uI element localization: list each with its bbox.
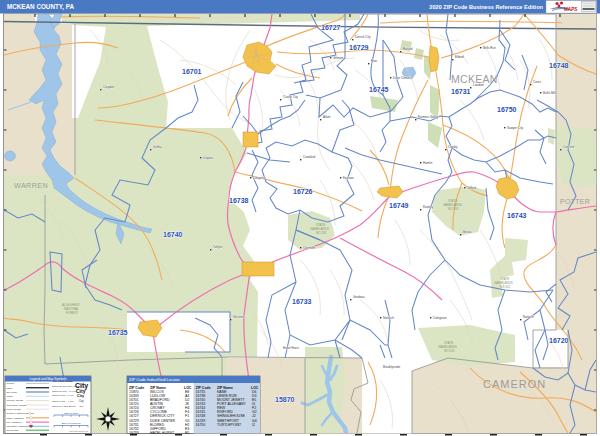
svg-text:Coleville: Coleville xyxy=(563,145,575,149)
svg-text:Minor Roads: Minor Roads xyxy=(7,408,22,411)
svg-text:16750: 16750 xyxy=(497,106,517,113)
svg-text:TURTLEPOINT: TURTLEPOINT xyxy=(217,423,242,427)
svg-text:I2: I2 xyxy=(252,423,255,427)
svg-text:Gilmore: Gilmore xyxy=(333,56,344,60)
svg-text:City: City xyxy=(76,388,86,394)
svg-text:16748: 16748 xyxy=(549,62,569,69)
svg-text:Corydon: Corydon xyxy=(103,85,115,89)
svg-text:16738: 16738 xyxy=(229,197,249,204)
svg-text:Gifford: Gifford xyxy=(467,186,476,190)
svg-text:Secondary Roads: Secondary Roads xyxy=(7,404,28,407)
svg-text:Toll Roads: Toll Roads xyxy=(7,429,19,432)
svg-text:Water: Water xyxy=(7,395,14,398)
svg-text:NO 301: NO 301 xyxy=(448,207,459,211)
svg-text:16701: 16701 xyxy=(182,68,202,75)
svg-text:Hamlin: Hamlin xyxy=(423,161,433,165)
svg-text:Crosby: Crosby xyxy=(448,145,458,149)
svg-text:16731: 16731 xyxy=(451,88,471,95)
svg-text:16740: 16740 xyxy=(163,231,183,238)
svg-text:Duke Center: Duke Center xyxy=(393,76,410,80)
svg-text:Farmers Valley: Farmers Valley xyxy=(418,115,438,119)
svg-text:Primary Roads: Primary Roads xyxy=(7,399,24,402)
svg-text:US Highways: US Highways xyxy=(7,421,23,424)
svg-text:Farrows: Farrows xyxy=(343,176,354,180)
svg-text:16749: 16749 xyxy=(389,202,409,209)
svg-text:Scale in Miles: Scale in Miles xyxy=(64,412,78,414)
svg-text:Degolia: Degolia xyxy=(203,156,214,160)
svg-text:FOREST: FOREST xyxy=(66,311,78,315)
svg-text:Rew: Rew xyxy=(371,59,378,63)
svg-text:POTTER: POTTER xyxy=(560,198,590,205)
svg-text:16726: 16726 xyxy=(293,188,313,195)
svg-text:CAMERON: CAMERON xyxy=(483,378,546,390)
svg-text:WARREN: WARREN xyxy=(14,181,48,190)
svg-text:16729: 16729 xyxy=(349,44,369,51)
svg-text:E5: E5 xyxy=(185,431,189,435)
svg-text:Bells Run: Bells Run xyxy=(483,46,496,50)
svg-text:ZIP Code: ZIP Code xyxy=(7,391,18,394)
svg-text:16720: 16720 xyxy=(549,337,569,344)
svg-text:Hazel Hurst: Hazel Hurst xyxy=(283,346,299,350)
svg-text:NO 030: NO 030 xyxy=(444,349,455,353)
svg-text:15870: 15870 xyxy=(275,396,295,403)
svg-text:State: State xyxy=(7,387,13,390)
svg-text:Clermont: Clermont xyxy=(303,246,315,250)
svg-text:Eldred: Eldred xyxy=(455,55,464,59)
svg-text:Sawyer City: Sawyer City xyxy=(507,126,524,130)
svg-text:16750: 16750 xyxy=(196,423,206,427)
svg-text:Cities 1,000 - 4,999: Cities 1,000 - 4,999 xyxy=(52,400,74,403)
svg-text:NO 301: NO 301 xyxy=(500,285,511,289)
svg-text:Cities and Towns: Cities and Towns xyxy=(52,380,73,383)
svg-text:Westline: Westline xyxy=(233,315,245,319)
svg-text:Gardeau: Gardeau xyxy=(353,295,365,299)
svg-text:MAPS: MAPS xyxy=(564,7,577,12)
svg-text:16743: 16743 xyxy=(507,212,527,219)
svg-text:County Highways: County Highways xyxy=(7,412,27,415)
svg-text:Cities 5,000 - 9,999: Cities 5,000 - 9,999 xyxy=(52,394,74,397)
svg-text:MCKEAN: MCKEAN xyxy=(451,73,498,85)
svg-text:Derrick City: Derrick City xyxy=(355,35,371,39)
svg-text:Betula: Betula xyxy=(463,230,472,234)
svg-text:Ceres: Ceres xyxy=(533,80,542,84)
svg-text:16745: 16745 xyxy=(369,86,389,93)
svg-text:16735: 16735 xyxy=(108,329,128,336)
svg-text:ZIP Code Index/Grid Locator: ZIP Code Index/Grid Locator xyxy=(129,377,181,382)
svg-text:Bullis Mills: Bullis Mills xyxy=(543,91,558,95)
svg-text:Copyright MarketMAPS: Copyright MarketMAPS xyxy=(69,430,89,432)
svg-text:Rixford: Rixford xyxy=(403,47,413,51)
svg-text:Interstate Highways: Interstate Highways xyxy=(7,425,30,428)
svg-text:16727: 16727 xyxy=(321,24,341,31)
svg-text:Crawford: Crawford xyxy=(303,155,316,159)
svg-text:State Highways: State Highways xyxy=(7,417,25,420)
svg-text:Custer City: Custer City xyxy=(283,95,298,99)
svg-text:Scale in Kilometers: Scale in Kilometers xyxy=(62,422,82,424)
svg-text:MCKEAN COUNTY, PA: MCKEAN COUNTY, PA xyxy=(7,3,75,11)
svg-text:Tallyho: Tallyho xyxy=(213,245,223,249)
svg-text:Lafayette: Lafayette xyxy=(253,176,266,180)
svg-text:County: County xyxy=(7,382,16,385)
svg-text:2020 ZIP Code Business Referen: 2020 ZIP Code Business Reference Edition xyxy=(429,4,543,10)
svg-text:City: City xyxy=(79,399,84,403)
svg-text:Norwich: Norwich xyxy=(523,315,534,319)
svg-text:16733: 16733 xyxy=(292,298,312,305)
svg-text:Cities 999 and Below: Cities 999 and Below xyxy=(52,405,76,408)
svg-text:NO 282: NO 282 xyxy=(316,231,327,235)
svg-text:Colegrove: Colegrove xyxy=(433,316,447,320)
svg-text:Keating: Keating xyxy=(423,205,434,209)
svg-text:HAZEL HURST: HAZEL HURST xyxy=(150,431,175,435)
svg-text:Aiken: Aiken xyxy=(323,115,331,119)
svg-text:Norwich: Norwich xyxy=(383,316,394,320)
svg-text:Guffey: Guffey xyxy=(153,145,162,149)
svg-text:Brooklynside: Brooklynside xyxy=(383,365,401,369)
svg-text:Cities 10,000 - 49,999: Cities 10,000 - 49,999 xyxy=(52,390,77,393)
svg-text:City: City xyxy=(77,394,85,398)
